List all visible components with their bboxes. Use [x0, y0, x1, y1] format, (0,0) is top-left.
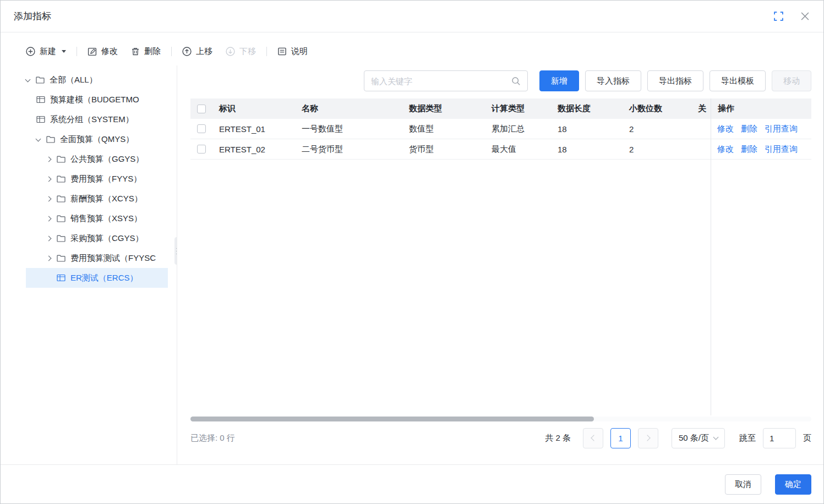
ref-query-link[interactable]: 引用查询 — [765, 144, 798, 155]
cell-name: 一号数值型 — [295, 124, 402, 134]
search-input[interactable] — [371, 76, 511, 86]
tree-item-fyys[interactable]: 费用预算（FYYS） — [26, 169, 168, 189]
folder-icon — [57, 195, 66, 202]
chevron-right-icon[interactable] — [46, 156, 52, 162]
tree-item-cgys[interactable]: 采购预算（CGYS） — [26, 228, 168, 248]
tree-item-label: 薪酬预算（XCYS） — [70, 194, 143, 204]
jump-label: 跳至 — [739, 433, 756, 443]
row-checkbox[interactable] — [197, 124, 206, 133]
page-title: 添加指标 — [14, 10, 51, 23]
chevron-down-icon[interactable] — [25, 76, 31, 82]
tree-item-fyysc[interactable]: 费用预算测试（FYYSC — [26, 248, 168, 268]
move-up-button[interactable]: 上移 — [182, 46, 212, 57]
cell-name: 二号货币型 — [295, 144, 402, 155]
dialog-footer: 取消 确定 — [1, 464, 823, 503]
new-button[interactable]: 新建 — [26, 46, 66, 57]
move-button[interactable]: 移动 — [772, 70, 811, 91]
folder-icon — [57, 155, 66, 163]
page-number-button[interactable]: 1 — [610, 428, 631, 448]
prev-page-button[interactable] — [583, 428, 603, 448]
help-button[interactable]: 说明 — [277, 46, 308, 57]
table-icon — [57, 274, 66, 282]
cell-data-type: 货币型 — [402, 144, 485, 155]
delete-button[interactable]: 删除 — [131, 46, 161, 57]
table-row[interactable]: ERTEST_02 二号货币型 货币型 最大值 18 2 修改 删除 引用查询 — [190, 139, 811, 160]
table-row[interactable]: ERTEST_01 一号数值型 数值型 累加汇总 18 2 修改 删除 引用查询 — [190, 119, 811, 139]
page-size-value: 50 条/页 — [679, 433, 709, 443]
column-header-operations: 操作 — [711, 103, 811, 114]
pagination: 共 2 条 1 50 条/页 跳至 页 — [545, 428, 811, 448]
column-header-id: 标识 — [212, 103, 295, 114]
tree-item-label: 销售预算（XSYS） — [70, 213, 142, 224]
edit-link[interactable]: 修改 — [717, 144, 734, 155]
indicator-table: 标识 名称 数据类型 计算类型 数据长度 小数位数 关 操作 ERTEST_01… — [190, 98, 811, 421]
chevron-right-icon[interactable] — [46, 235, 52, 241]
cell-calc-type: 最大值 — [485, 144, 551, 155]
scrollbar-thumb[interactable] — [190, 417, 594, 421]
page-size-select[interactable]: 50 条/页 — [672, 428, 725, 448]
tree-item-label: 全部（ALL） — [50, 75, 97, 85]
export-template-button[interactable]: 导出模板 — [710, 70, 766, 91]
move-down-button[interactable]: 下移 — [226, 46, 256, 57]
close-icon[interactable] — [799, 11, 810, 22]
plus-circle-icon — [26, 47, 35, 56]
delete-link[interactable]: 删除 — [741, 144, 757, 155]
next-page-button[interactable] — [638, 428, 658, 448]
chevron-right-icon[interactable] — [46, 255, 52, 261]
tree-item-xsys[interactable]: 销售预算（XSYS） — [26, 209, 168, 228]
search-icon[interactable] — [511, 76, 521, 86]
toolbar-divider — [77, 47, 77, 56]
folder-icon — [57, 254, 66, 262]
column-header-calc-type: 计算类型 — [485, 103, 551, 114]
edit-icon — [88, 47, 97, 56]
tree-item-ercs[interactable]: ER测试（ERCS） — [26, 268, 168, 288]
tree-item-ggys[interactable]: 公共预算（GGYS） — [26, 149, 168, 169]
chevron-right-icon — [644, 435, 650, 441]
row-checkbox[interactable] — [197, 145, 206, 154]
export-indicator-button[interactable]: 导出指标 — [647, 70, 703, 91]
row-actions: 修改 删除 引用查询 — [711, 124, 811, 134]
delete-link[interactable]: 删除 — [741, 124, 757, 134]
search-box — [364, 70, 528, 91]
chevron-right-icon[interactable] — [46, 196, 52, 201]
jump-page-input[interactable] — [763, 428, 796, 448]
fixed-column-divider — [711, 98, 711, 415]
chevron-left-icon — [591, 435, 597, 441]
dialog-body: 全部（ALL） 预算建模（BUDGETMO 系统分组（SYSTEM） 全面预算（… — [1, 65, 823, 464]
tree-item-label: ER测试（ERCS） — [70, 273, 138, 283]
confirm-button[interactable]: 确定 — [775, 474, 811, 495]
tree-item-qmys[interactable]: 全面预算（QMYS） — [26, 129, 168, 149]
modify-button[interactable]: 修改 — [88, 46, 118, 57]
edit-link[interactable]: 修改 — [717, 124, 734, 134]
tree-item-system[interactable]: 系统分组（SYSTEM） — [26, 109, 168, 129]
add-button[interactable]: 新增 — [539, 70, 579, 91]
tree-item-label: 费用预算（FYYS） — [70, 174, 141, 184]
fullscreen-icon[interactable] — [773, 11, 784, 22]
cell-decimals: 2 — [623, 124, 691, 134]
horizontal-scrollbar[interactable] — [190, 417, 811, 421]
toolbar: 新建 修改 删除 上移 下移 说明 — [1, 37, 823, 65]
table-icon — [36, 116, 45, 123]
tree-item-budgetmodel[interactable]: 预算建模（BUDGETMO — [26, 90, 168, 109]
tree-item-label: 公共预算（GGYS） — [70, 154, 144, 165]
tree-item-all[interactable]: 全部（ALL） — [26, 70, 168, 90]
cell-calc-type: 累加汇总 — [485, 124, 551, 134]
chevron-down-icon[interactable] — [36, 136, 41, 141]
panel-resize-handle[interactable] — [174, 237, 177, 265]
new-button-label: 新建 — [40, 46, 56, 57]
tree-item-label: 全面预算（QMYS） — [60, 134, 134, 145]
folder-icon — [57, 215, 66, 222]
chevron-right-icon[interactable] — [46, 216, 52, 221]
chevron-right-icon[interactable] — [46, 176, 52, 182]
tree-item-xcys[interactable]: 薪酬预算（XCYS） — [26, 189, 168, 209]
ref-query-link[interactable]: 引用查询 — [765, 124, 798, 134]
add-indicator-dialog: 添加指标 新建 修改 删除 上移 — [0, 0, 824, 504]
folder-icon — [57, 175, 66, 183]
select-all-checkbox[interactable] — [197, 105, 206, 113]
cancel-button[interactable]: 取消 — [725, 474, 761, 495]
import-indicator-button[interactable]: 导入指标 — [585, 70, 641, 91]
document-icon — [277, 47, 287, 56]
cell-length: 18 — [551, 124, 623, 134]
tree-item-label: 采购预算（CGYS） — [70, 233, 144, 244]
column-header-name: 名称 — [295, 103, 402, 114]
